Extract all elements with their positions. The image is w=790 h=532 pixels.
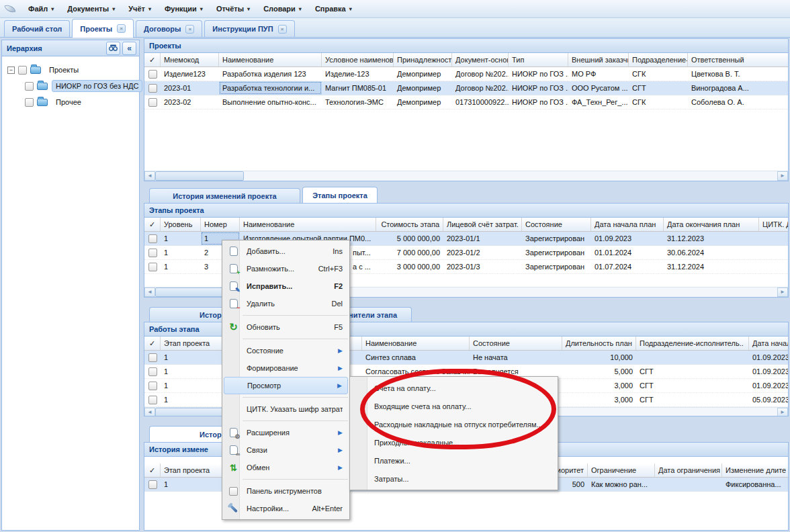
context-menu-item[interactable]: Состояние▶	[222, 342, 349, 359]
main-tab[interactable]: Инструкции ПУП×	[204, 20, 294, 37]
context-menu-item[interactable]: ∞Связи▶	[222, 441, 349, 459]
context-menu-item[interactable]: ↻ОбновитьF5	[222, 318, 349, 336]
column-header[interactable]: Этап проекта	[161, 463, 222, 477]
check-column-header[interactable]: ✓	[144, 218, 161, 231]
grid-cell: 01.01.2024	[591, 246, 664, 259]
row-checkbox[interactable]	[148, 70, 157, 79]
column-header[interactable]: Ограничение	[588, 463, 655, 477]
close-icon[interactable]: ×	[185, 25, 194, 34]
column-header[interactable]: Дата ограничения	[655, 463, 722, 477]
menubar-item[interactable]: Словари▾	[257, 1, 308, 16]
context-menu-item[interactable]: −УдалитьDel	[222, 295, 349, 312]
scroll-right-icon[interactable]: ►	[777, 287, 788, 297]
grid-row[interactable]: Изделие123Разработка изделия 123Изделие-…	[144, 67, 788, 81]
scroll-right-icon[interactable]: ►	[777, 171, 788, 181]
menubar-item[interactable]: Справка▾	[308, 1, 359, 16]
check-column-header[interactable]: ✓	[144, 337, 161, 350]
collapse-panel-icon[interactable]: «	[122, 42, 136, 55]
scroll-left-icon[interactable]: ◄	[144, 171, 155, 181]
row-checkbox[interactable]	[148, 396, 157, 404]
context-menu-item[interactable]: Панель инструментов	[222, 482, 349, 500]
column-header[interactable]: Наименование	[240, 218, 376, 231]
context-menu-item[interactable]: +Размножить...Ctrl+F3	[222, 260, 349, 277]
menubar-item[interactable]: Функции▾	[158, 1, 210, 16]
column-header[interactable]: Этап проекта	[161, 337, 222, 350]
submenu-item[interactable]: Приходные накладные...	[350, 433, 558, 451]
column-header[interactable]: Изменение длите	[722, 463, 789, 477]
submenu-item[interactable]: Входящие счета на оплату...	[350, 397, 558, 415]
context-menu-item[interactable]: Просмотр▶	[224, 377, 348, 394]
column-header[interactable]: Дата окончания план	[664, 218, 759, 231]
horizontal-scrollbar[interactable]: ◄ ►	[144, 171, 788, 181]
context-menu-item[interactable]: ⚙Расширения▶	[222, 424, 349, 441]
tree-checkbox[interactable]	[25, 98, 34, 107]
column-header[interactable]: Принадлежность	[394, 53, 452, 66]
menubar-item[interactable]: Отчёты▾	[210, 1, 257, 16]
submenu-item[interactable]: Счета на оплату...	[350, 379, 558, 397]
column-header[interactable]: Документ-основан	[452, 53, 509, 66]
check-column-header[interactable]: ✓	[144, 53, 161, 66]
tree-checkbox[interactable]	[25, 82, 34, 91]
column-header[interactable]: Внешний заказчик	[568, 53, 629, 66]
tree-item[interactable]: Прочее	[7, 94, 136, 110]
tree-item[interactable]: НИОКР по ГОЗ без НДС	[7, 78, 136, 94]
row-checkbox[interactable]	[148, 263, 157, 271]
row-checkbox[interactable]	[148, 382, 157, 390]
search-icon[interactable]	[106, 42, 120, 55]
column-header[interactable]: Стоимость этапа	[376, 218, 443, 231]
column-header[interactable]: Наименование	[219, 53, 322, 66]
grid-row[interactable]: 2023-01Разработка технологии и...Магнит …	[144, 81, 788, 95]
tree-checkbox[interactable]	[18, 66, 27, 75]
context-menu-item[interactable]: ✎Исправить...F2	[222, 277, 349, 295]
column-header[interactable]: ЦИТК. Д	[759, 218, 789, 231]
column-header[interactable]: Дата начала план	[591, 218, 664, 231]
column-header[interactable]: Лицевой счёт затрат.	[443, 218, 522, 231]
submenu-item[interactable]: Расходные накладные на отпуск потребител…	[350, 415, 558, 433]
collapse-node-icon[interactable]: −	[7, 66, 15, 74]
menubar-item[interactable]: Учёт▾	[122, 1, 158, 16]
column-header[interactable]: Номер	[201, 218, 240, 231]
scrollbar-thumb[interactable]	[155, 171, 244, 181]
check-column-header[interactable]: ✓	[144, 463, 161, 477]
column-header[interactable]: Уровень	[161, 218, 201, 231]
detail-tab[interactable]: Этапы проекта	[302, 187, 378, 203]
column-header[interactable]: Состояние	[522, 218, 591, 231]
column-header[interactable]: Подразделение-от	[629, 53, 688, 66]
context-menu-item[interactable]: ЦИТК. Указать шифр затрат...	[222, 400, 349, 418]
tree-item[interactable]: −Проекты	[7, 62, 136, 78]
column-header[interactable]: Подразделение-исполнитель..	[636, 337, 749, 350]
menubar-item[interactable]: Документы▾	[60, 1, 122, 16]
column-header[interactable]: Тип	[509, 53, 568, 66]
scroll-left-icon[interactable]: ◄	[144, 408, 155, 416]
row-checkbox[interactable]	[148, 84, 157, 93]
main-tab[interactable]: Договоры×	[136, 20, 202, 37]
scroll-left-icon[interactable]: ◄	[144, 287, 155, 297]
submenu-item[interactable]: Платежи...	[350, 451, 558, 470]
close-icon[interactable]: ×	[278, 25, 287, 34]
column-header[interactable]: Ответственный	[688, 53, 789, 66]
menubar-item[interactable]: Файл▾	[21, 1, 60, 16]
row-checkbox[interactable]	[148, 367, 157, 376]
context-menu-item[interactable]: Настройки...Alt+Enter	[222, 500, 349, 517]
row-checkbox[interactable]	[148, 249, 157, 257]
row-checkbox[interactable]	[148, 98, 157, 107]
context-menu-item[interactable]: ⇅Обмен▶	[222, 459, 349, 476]
context-menu-item[interactable]: Добавить...Ins	[222, 242, 349, 260]
grid-row[interactable]: 2023-02Выполнение опытно-конс...Технолог…	[144, 95, 788, 109]
column-header[interactable]: Условное наименова	[322, 53, 394, 66]
context-menu-item[interactable]: Формирование▶	[222, 359, 349, 377]
column-header[interactable]: Состояние	[470, 337, 562, 350]
close-icon[interactable]: ×	[117, 24, 126, 33]
row-checkbox[interactable]	[148, 234, 157, 243]
main-tab[interactable]: Проекты×	[72, 19, 134, 38]
scroll-right-icon[interactable]: ►	[777, 408, 788, 416]
submenu-item[interactable]: Затраты...	[350, 470, 558, 488]
main-tab[interactable]: Рабочий стол	[4, 20, 70, 37]
column-header[interactable]: Наименование	[362, 337, 470, 350]
column-header[interactable]: Мнемокод	[161, 53, 219, 66]
detail-tab[interactable]: История изменений проекта	[149, 188, 300, 203]
row-checkbox[interactable]	[148, 480, 157, 489]
column-header[interactable]: Длительность план▼	[562, 337, 636, 350]
column-header[interactable]: Дата начал	[749, 337, 789, 350]
row-checkbox[interactable]	[148, 353, 157, 362]
